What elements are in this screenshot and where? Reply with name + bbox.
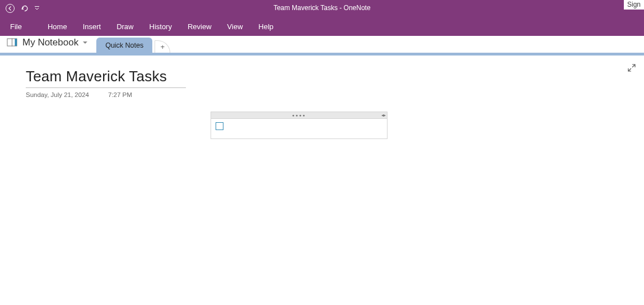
chevron-down-icon	[82, 39, 88, 46]
plus-icon: +	[160, 43, 165, 51]
menu-help[interactable]: Help	[251, 19, 282, 35]
notebook-picker[interactable]: My Notebook	[6, 34, 93, 51]
page-canvas[interactable]: Team Maverick Tasks Sunday, July 21, 202…	[0, 56, 644, 305]
menu-review[interactable]: Review	[180, 19, 220, 35]
expand-button[interactable]	[627, 63, 636, 72]
back-button[interactable]	[3, 2, 17, 15]
title-bar: Team Maverick Tasks - OneNote Sign	[0, 0, 644, 17]
note-container[interactable]: ●●●● ◂▸	[211, 112, 388, 139]
notebook-name: My Notebook	[22, 37, 78, 48]
titlebar-right: Sign	[624, 0, 644, 10]
page-meta: Sunday, July 21, 2024 7:27 PM	[26, 91, 186, 98]
menu-history[interactable]: History	[142, 19, 180, 35]
page-title-block: Team Maverick Tasks Sunday, July 21, 202…	[26, 68, 186, 98]
menu-insert[interactable]: Insert	[75, 19, 109, 35]
menu-file[interactable]: File	[2, 19, 30, 35]
menu-bar: File Home Insert Draw History Review Vie…	[0, 17, 644, 36]
svg-rect-1	[35, 6, 39, 7]
quick-access-toolbar	[0, 2, 41, 15]
note-container-handle[interactable]: ●●●● ◂▸	[211, 112, 388, 119]
quick-access-dropdown[interactable]	[32, 2, 41, 15]
page-time[interactable]: 7:27 PM	[108, 91, 132, 98]
expand-icon	[627, 63, 636, 72]
svg-rect-2	[7, 39, 12, 46]
notebook-icon	[7, 38, 19, 48]
add-section-button[interactable]: +	[155, 40, 170, 53]
chevron-down-icon	[34, 6, 40, 11]
svg-point-0	[6, 4, 15, 13]
resize-handle-icon[interactable]: ◂▸	[381, 113, 386, 118]
section-tab-quick-notes[interactable]: Quick Notes	[96, 38, 152, 53]
menu-view[interactable]: View	[220, 19, 251, 35]
section-tabstrip: My Notebook Quick Notes +	[0, 36, 644, 56]
undo-button[interactable]	[18, 2, 31, 15]
title-rule	[26, 87, 186, 88]
drag-dots-icon: ●●●●	[292, 113, 306, 117]
menu-draw[interactable]: Draw	[109, 19, 141, 35]
svg-rect-4	[15, 39, 17, 46]
section-tab-label: Quick Notes	[105, 41, 143, 49]
page-date[interactable]: Sunday, July 21, 2024	[26, 91, 89, 98]
menu-home[interactable]: Home	[40, 19, 75, 35]
todo-checkbox[interactable]	[216, 122, 223, 130]
back-arrow-icon	[5, 3, 15, 13]
sign-in-button[interactable]: Sign	[624, 0, 644, 10]
undo-icon	[20, 3, 30, 13]
page-title[interactable]: Team Maverick Tasks	[26, 68, 186, 85]
note-container-body[interactable]	[211, 119, 388, 139]
window-title: Team Maverick Tasks - OneNote	[0, 4, 644, 12]
